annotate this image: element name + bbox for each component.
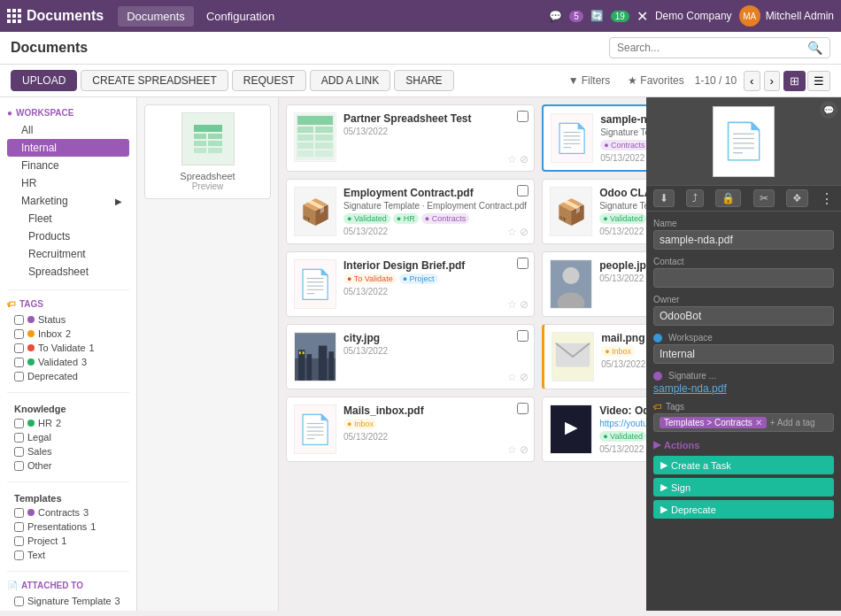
filters-button[interactable]: ▼ Filters bbox=[561, 71, 618, 90]
doc-card-3[interactable]: 📦 Employment Contract.pdf Signature Temp… bbox=[286, 179, 535, 244]
attached-not-checkbox[interactable] bbox=[14, 611, 24, 612]
sidebar-item-internal[interactable]: Internal bbox=[7, 139, 129, 157]
doc-star-3[interactable]: ☆ bbox=[507, 226, 517, 238]
panel-name-input[interactable] bbox=[653, 230, 834, 250]
tag-to-validate[interactable]: To Validate 1 bbox=[7, 341, 129, 355]
doc-card-10[interactable]: ▶ Video: Odoo Documents https://youtu.be… bbox=[542, 397, 646, 462]
deprecate-btn[interactable]: ▶ Deprecate bbox=[653, 500, 834, 519]
doc-action-7[interactable]: ⊘ bbox=[520, 371, 529, 383]
attached-signature[interactable]: Signature Template 3 bbox=[7, 594, 129, 608]
knowledge-sales[interactable]: Sales bbox=[7, 444, 129, 458]
request-button[interactable]: REQUEST bbox=[232, 70, 306, 91]
knowledge-legal-checkbox[interactable] bbox=[14, 433, 24, 443]
doc-action-5[interactable]: ⊘ bbox=[520, 298, 529, 311]
sidebar-item-all[interactable]: All bbox=[7, 121, 129, 139]
activities-icon[interactable]: 🔄 bbox=[590, 10, 604, 22]
tag-status[interactable]: Status bbox=[7, 312, 129, 327]
panel-scissors-btn[interactable]: ✂ bbox=[753, 189, 775, 207]
add-tag-btn[interactable]: + Add a tag bbox=[770, 418, 815, 427]
panel-download-btn[interactable]: ⬇ bbox=[653, 189, 675, 207]
knowledge-hr[interactable]: HR 2 bbox=[7, 416, 129, 430]
panel-workspace-select[interactable]: Internal bbox=[653, 344, 834, 364]
tag-validated-checkbox[interactable] bbox=[14, 358, 24, 367]
new-spreadsheet-card[interactable]: Spreadsheet Preview bbox=[144, 104, 271, 199]
create-task-btn[interactable]: ▶ Create a Task bbox=[653, 456, 834, 474]
template-presentations-checkbox[interactable] bbox=[14, 522, 24, 532]
template-project[interactable]: Project 1 bbox=[7, 534, 129, 548]
nav-documents[interactable]: Documents bbox=[118, 6, 194, 27]
tag-validated[interactable]: Validated 3 bbox=[7, 355, 129, 369]
search-input[interactable] bbox=[617, 42, 807, 54]
chat-bubble[interactable]: 💬 bbox=[820, 101, 837, 119]
knowledge-other[interactable]: Other bbox=[7, 458, 129, 473]
doc-card-5[interactable]: 📄 Interior Design Brief.pdf ● To Validat… bbox=[286, 251, 535, 317]
sidebar-item-hr[interactable]: HR bbox=[7, 174, 129, 192]
upload-button[interactable]: UPLOAD bbox=[11, 70, 77, 91]
tag-status-checkbox[interactable] bbox=[14, 315, 24, 325]
doc-card-1[interactable]: Partner Spreadsheet Test 05/13/2022 ☆ ⊘ bbox=[286, 104, 535, 172]
share-button[interactable]: SHARE bbox=[394, 70, 453, 91]
panel-share-btn[interactable]: ⤴ bbox=[686, 189, 704, 207]
nav-configuration[interactable]: Configuration bbox=[197, 6, 283, 27]
template-presentations[interactable]: Presentations 1 bbox=[7, 520, 129, 534]
doc-card-9[interactable]: 📄 Mails_inbox.pdf ● Inbox 05/13/2022 ☆ ⊘ bbox=[286, 397, 535, 462]
tag-inbox[interactable]: Inbox 2 bbox=[7, 327, 129, 341]
knowledge-hr-checkbox[interactable] bbox=[14, 419, 24, 428]
sidebar-item-spreadsheet[interactable]: Spreadsheet bbox=[7, 263, 129, 281]
close-icon[interactable]: ✕ bbox=[637, 8, 648, 25]
sidebar-item-fleet[interactable]: Fleet bbox=[7, 210, 129, 227]
doc-checkbox-5[interactable] bbox=[517, 258, 529, 269]
knowledge-sales-checkbox[interactable] bbox=[14, 447, 24, 457]
sidebar-item-finance[interactable]: Finance bbox=[7, 157, 129, 174]
panel-lock-btn[interactable]: 🔒 bbox=[715, 189, 741, 207]
template-text-checkbox[interactable] bbox=[14, 551, 24, 560]
grid-view-button[interactable]: ⊞ bbox=[783, 71, 806, 91]
tag-deprecated-checkbox[interactable] bbox=[14, 372, 24, 381]
knowledge-other-checkbox[interactable] bbox=[14, 461, 24, 471]
tag-inbox-checkbox[interactable] bbox=[14, 329, 24, 339]
doc-checkbox-3[interactable] bbox=[517, 185, 529, 196]
favorites-button[interactable]: ★ Favorites bbox=[621, 71, 691, 90]
doc-card-4[interactable]: 📦 Odoo CLA.pdf Signature Template : Odoo… bbox=[542, 179, 646, 244]
doc-action-1[interactable]: ⊘ bbox=[520, 153, 529, 166]
panel-more-btn[interactable]: ❖ bbox=[786, 189, 808, 207]
search-bar[interactable]: 🔍 bbox=[609, 37, 830, 58]
knowledge-legal[interactable]: Legal bbox=[7, 430, 129, 444]
doc-checkbox-9[interactable] bbox=[517, 403, 529, 414]
sign-btn[interactable]: ▶ Sign bbox=[653, 478, 834, 497]
doc-action-3[interactable]: ⊘ bbox=[520, 226, 529, 238]
create-spreadsheet-button[interactable]: CREATE SPREADSHEET bbox=[81, 70, 228, 91]
attached-not-attached[interactable]: Not attached 5 bbox=[7, 608, 129, 611]
panel-owner-select[interactable]: OdooBot bbox=[653, 306, 834, 326]
doc-card-8[interactable]: mail.png ● Inbox 05/13/2022 ☆ ⊘ bbox=[542, 324, 646, 389]
attached-signature-checkbox[interactable] bbox=[14, 597, 24, 606]
sidebar-item-recruitment[interactable]: Recruitment bbox=[7, 245, 129, 263]
doc-card-6[interactable]: people.jpg 05/13/2022 ☆ ⊘ bbox=[542, 251, 646, 317]
template-text[interactable]: Text bbox=[7, 548, 129, 562]
messages-icon[interactable]: 💬 bbox=[549, 10, 562, 22]
doc-star-9[interactable]: ☆ bbox=[507, 443, 517, 456]
tag-to-validate-checkbox[interactable] bbox=[14, 343, 24, 353]
panel-actions-title[interactable]: ▶ Actions bbox=[653, 439, 834, 450]
add-link-button[interactable]: ADD A LINK bbox=[310, 70, 390, 91]
sidebar-item-products[interactable]: Products bbox=[7, 227, 129, 245]
sidebar-item-marketing[interactable]: Marketing ▶ bbox=[7, 192, 129, 210]
template-contracts[interactable]: Contracts 3 bbox=[7, 505, 129, 520]
panel-kebab-menu[interactable]: ⋮ bbox=[820, 190, 834, 207]
doc-star-1[interactable]: ☆ bbox=[507, 153, 517, 166]
doc-card-2[interactable]: 📄 sample-nda.pdf Signature Template : sa… bbox=[542, 104, 646, 172]
doc-checkbox-1[interactable] bbox=[517, 111, 529, 122]
list-view-button[interactable]: ☰ bbox=[807, 71, 830, 91]
doc-star-5[interactable]: ☆ bbox=[507, 298, 517, 311]
panel-signature-value[interactable]: sample-nda.pdf bbox=[653, 382, 834, 395]
doc-checkbox-7[interactable] bbox=[517, 330, 529, 342]
app-logo[interactable]: Documents bbox=[7, 8, 104, 24]
next-page-button[interactable]: › bbox=[764, 71, 780, 91]
tag-deprecated[interactable]: Deprecated bbox=[7, 369, 129, 383]
doc-star-7[interactable]: ☆ bbox=[507, 371, 517, 383]
panel-contact-select[interactable] bbox=[653, 268, 834, 288]
template-contracts-checkbox[interactable] bbox=[14, 508, 24, 518]
doc-card-7[interactable]: city.jpg 05/13/2022 ☆ ⊘ bbox=[286, 324, 535, 389]
prev-page-button[interactable]: ‹ bbox=[744, 71, 760, 91]
doc-action-9[interactable]: ⊘ bbox=[520, 443, 529, 456]
